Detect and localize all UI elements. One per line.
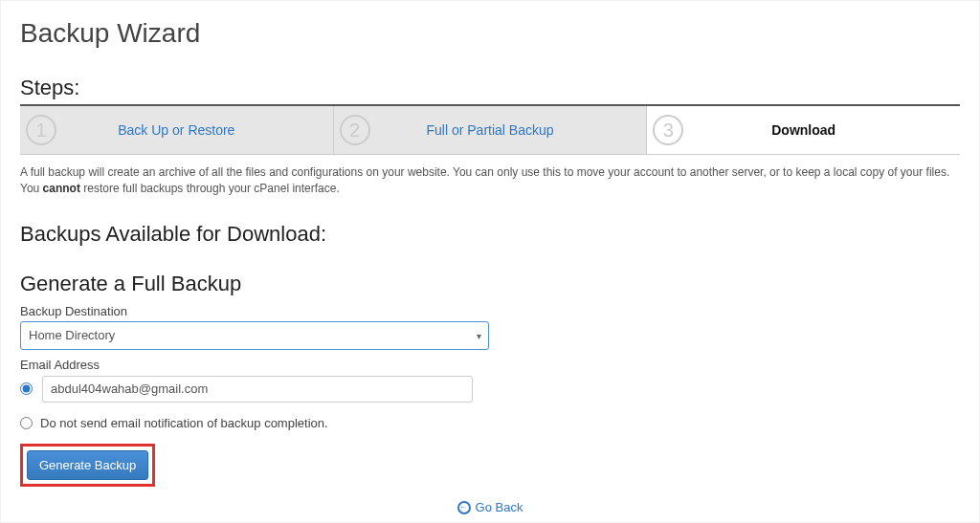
go-back-label: Go Back [476,500,523,514]
step-backup-restore[interactable]: 1 Back Up or Restore [20,106,334,154]
generate-heading: Generate a Full Backup [20,272,960,296]
backup-destination-select[interactable]: Home Directory [20,321,489,350]
step-number-icon: 2 [340,115,370,145]
step-label: Back Up or Restore [118,122,234,138]
step-number-icon: 1 [26,115,56,145]
email-notify-radio[interactable] [20,382,33,395]
email-field[interactable] [42,376,473,403]
back-arrow-icon: ← [457,501,471,514]
downloads-heading: Backups Available for Download: [20,222,960,247]
dest-label: Backup Destination [20,304,960,318]
no-email-radio[interactable] [20,417,33,429]
step-number-icon: 3 [653,115,683,145]
generate-button-highlight: Generate Backup [20,444,155,487]
step-label: Full or Partial Backup [426,122,553,138]
email-label: Email Address [20,358,960,372]
steps-row: 1 Back Up or Restore 2 Full or Partial B… [20,104,960,155]
info-text: A full backup will create an archive of … [20,164,960,197]
generate-backup-button[interactable]: Generate Backup [27,450,148,480]
step-download[interactable]: 3 Download [647,106,960,154]
step-label: Download [771,122,835,138]
page-title: Backup Wizard [20,18,960,49]
step-full-partial[interactable]: 2 Full or Partial Backup [334,106,648,154]
steps-heading: Steps: [20,76,960,100]
no-email-label: Do not send email notification of backup… [40,416,328,430]
go-back-link[interactable]: ← Go Back [457,500,523,514]
